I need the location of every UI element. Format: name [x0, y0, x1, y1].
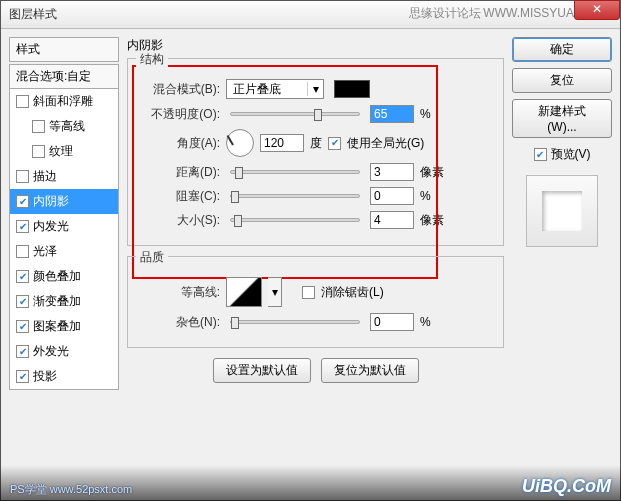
blend-mode-label: 混合模式(B):: [138, 81, 220, 98]
opacity-input[interactable]: 65: [370, 105, 414, 123]
distance-slider[interactable]: [230, 170, 360, 174]
sidebar-item-label: 描边: [33, 168, 57, 185]
size-label: 大小(S):: [138, 212, 220, 229]
sidebar-checkbox[interactable]: ✔: [16, 195, 29, 208]
noise-label: 杂色(N):: [138, 314, 220, 331]
sidebar-subheader[interactable]: 混合选项:自定: [9, 64, 119, 89]
set-default-button[interactable]: 设置为默认值: [213, 358, 311, 383]
choke-input[interactable]: 0: [370, 187, 414, 205]
size-slider[interactable]: [230, 218, 360, 222]
distance-unit: 像素: [420, 164, 452, 181]
sidebar-checkbox[interactable]: ✔: [16, 320, 29, 333]
sidebar-item-label: 外发光: [33, 343, 69, 360]
sidebar-item-2[interactable]: 纹理: [10, 139, 118, 164]
close-button[interactable]: ✕: [574, 0, 620, 20]
blend-mode-dropdown[interactable]: 正片叠底 ▾: [226, 79, 324, 99]
quality-group: 品质 等高线: ▾ 消除锯齿(L) 杂色(N): 0 %: [127, 256, 504, 348]
sidebar-item-5[interactable]: ✔内发光: [10, 214, 118, 239]
sidebar-item-11[interactable]: ✔投影: [10, 364, 118, 389]
global-light-checkbox[interactable]: ✔: [328, 137, 341, 150]
angle-label: 角度(A):: [138, 135, 220, 152]
size-unit: 像素: [420, 212, 452, 229]
angle-dial[interactable]: [226, 129, 254, 157]
cancel-button[interactable]: 复位: [512, 68, 612, 93]
sidebar-checkbox[interactable]: ✔: [16, 220, 29, 233]
noise-slider[interactable]: [230, 320, 360, 324]
sidebar-item-10[interactable]: ✔外发光: [10, 339, 118, 364]
sidebar-checkbox[interactable]: [16, 245, 29, 258]
shadow-color-swatch[interactable]: [334, 80, 370, 98]
contour-dropdown-arrow[interactable]: ▾: [268, 277, 282, 307]
chevron-down-icon: ▾: [307, 82, 323, 96]
preview-label: 预览(V): [551, 146, 591, 163]
sidebar-item-label: 光泽: [33, 243, 57, 260]
new-style-button[interactable]: 新建样式(W)...: [512, 99, 612, 138]
layer-style-dialog: 图层样式 思缘设计论坛 WWW.MISSYUAN.COM ✕ 样式 混合选项:自…: [0, 0, 621, 501]
sidebar-item-label: 投影: [33, 368, 57, 385]
contour-label: 等高线:: [138, 284, 220, 301]
reset-default-button[interactable]: 复位为默认值: [321, 358, 419, 383]
sidebar: 样式 混合选项:自定 斜面和浮雕等高线纹理描边✔内阴影✔内发光光泽✔颜色叠加✔渐…: [9, 37, 119, 492]
quality-legend: 品质: [136, 249, 168, 266]
style-list: 斜面和浮雕等高线纹理描边✔内阴影✔内发光光泽✔颜色叠加✔渐变叠加✔图案叠加✔外发…: [9, 89, 119, 390]
ok-button[interactable]: 确定: [512, 37, 612, 62]
preview-thumbnail: [526, 175, 598, 247]
sidebar-item-8[interactable]: ✔渐变叠加: [10, 289, 118, 314]
sidebar-item-label: 斜面和浮雕: [33, 93, 93, 110]
distance-label: 距离(D):: [138, 164, 220, 181]
distance-input[interactable]: 3: [370, 163, 414, 181]
sidebar-item-9[interactable]: ✔图案叠加: [10, 314, 118, 339]
structure-legend: 结构: [136, 51, 168, 68]
sidebar-header[interactable]: 样式: [9, 37, 119, 62]
global-light-label: 使用全局光(G): [347, 135, 424, 152]
choke-slider[interactable]: [230, 194, 360, 198]
choke-label: 阻塞(C):: [138, 188, 220, 205]
sidebar-checkbox[interactable]: ✔: [16, 270, 29, 283]
sidebar-item-3[interactable]: 描边: [10, 164, 118, 189]
antialias-label: 消除锯齿(L): [321, 284, 384, 301]
opacity-unit: %: [420, 107, 452, 121]
noise-input[interactable]: 0: [370, 313, 414, 331]
opacity-label: 不透明度(O):: [138, 106, 220, 123]
antialias-checkbox[interactable]: [302, 286, 315, 299]
angle-unit: 度: [310, 135, 322, 152]
sidebar-checkbox[interactable]: [16, 170, 29, 183]
panel-title: 内阴影: [127, 37, 504, 54]
main-panel: 内阴影 结构 混合模式(B): 正片叠底 ▾ 不透明度(O): 65 %: [127, 37, 504, 492]
sidebar-checkbox[interactable]: ✔: [16, 295, 29, 308]
sidebar-item-0[interactable]: 斜面和浮雕: [10, 89, 118, 114]
size-input[interactable]: 4: [370, 211, 414, 229]
sidebar-checkbox[interactable]: [32, 120, 45, 133]
sidebar-checkbox[interactable]: [16, 95, 29, 108]
sidebar-item-label: 等高线: [49, 118, 85, 135]
sidebar-item-label: 内阴影: [33, 193, 69, 210]
sidebar-item-1[interactable]: 等高线: [10, 114, 118, 139]
sidebar-checkbox[interactable]: ✔: [16, 370, 29, 383]
sidebar-checkbox[interactable]: [32, 145, 45, 158]
sidebar-item-label: 内发光: [33, 218, 69, 235]
sidebar-checkbox[interactable]: ✔: [16, 345, 29, 358]
title-bar: 图层样式 思缘设计论坛 WWW.MISSYUAN.COM ✕: [1, 1, 620, 29]
sidebar-item-4[interactable]: ✔内阴影: [10, 189, 118, 214]
noise-unit: %: [420, 315, 452, 329]
sidebar-item-label: 颜色叠加: [33, 268, 81, 285]
sidebar-item-label: 渐变叠加: [33, 293, 81, 310]
sidebar-item-label: 纹理: [49, 143, 73, 160]
preview-checkbox[interactable]: ✔: [534, 148, 547, 161]
angle-input[interactable]: 120: [260, 134, 304, 152]
opacity-slider[interactable]: [230, 112, 360, 116]
sidebar-item-6[interactable]: 光泽: [10, 239, 118, 264]
contour-picker[interactable]: [226, 277, 262, 307]
structure-group: 结构 混合模式(B): 正片叠底 ▾ 不透明度(O): 65 % 角: [127, 58, 504, 246]
choke-unit: %: [420, 189, 452, 203]
sidebar-item-7[interactable]: ✔颜色叠加: [10, 264, 118, 289]
window-title: 图层样式: [9, 6, 57, 23]
sidebar-item-label: 图案叠加: [33, 318, 81, 335]
right-column: 确定 复位 新建样式(W)... ✔ 预览(V): [512, 37, 612, 492]
